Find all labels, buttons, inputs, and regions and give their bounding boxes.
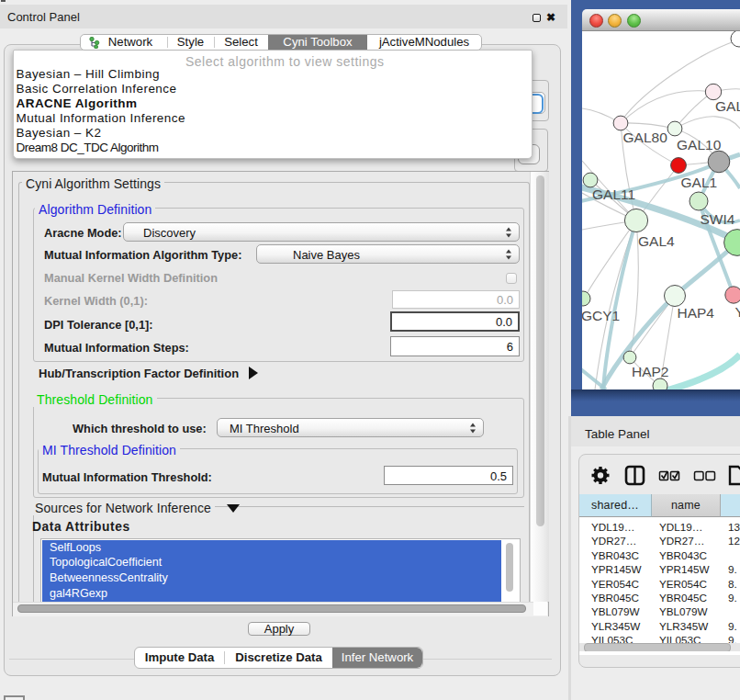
svg-text:HAP2: HAP2: [632, 364, 669, 379]
svg-text:GAL80: GAL80: [623, 130, 668, 145]
svg-text:GAL11: GAL11: [592, 186, 635, 202]
svg-text:GAL4: GAL4: [638, 233, 675, 249]
svg-text:GAL2: GAL2: [715, 98, 740, 114]
svg-text:Y: Y: [735, 304, 740, 320]
svg-text:GAL1: GAL1: [681, 175, 718, 190]
svg-text:GCY1: GCY1: [582, 308, 620, 323]
svg-text:GAL10: GAL10: [677, 137, 722, 152]
svg-text:HAP4: HAP4: [678, 305, 715, 321]
svg-text:SWI4: SWI4: [701, 211, 735, 227]
